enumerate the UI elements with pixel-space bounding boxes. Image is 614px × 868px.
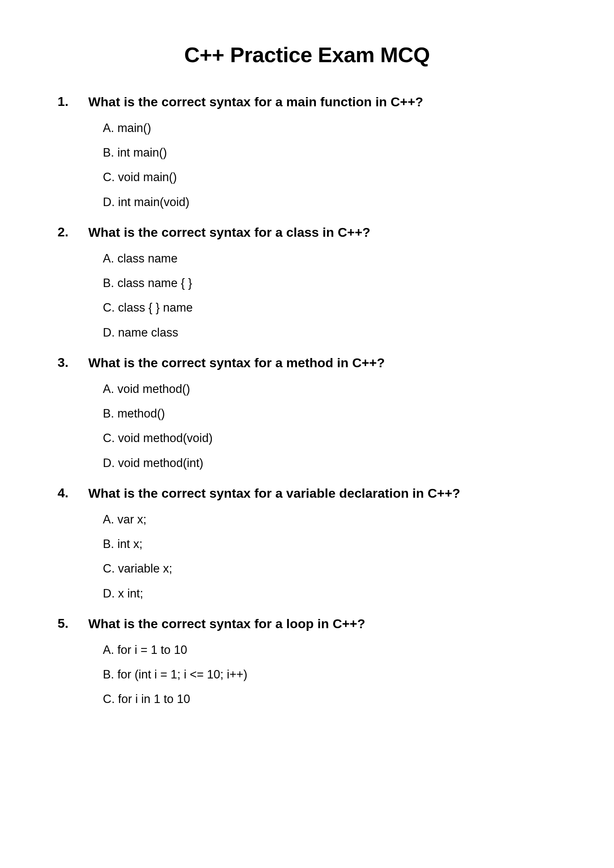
options-list: A. void method() B. method() C. void met… <box>88 381 556 471</box>
questions-container: 1. What is the correct syntax for a main… <box>58 94 556 707</box>
question-content: What is the correct syntax for a class i… <box>88 224 556 340</box>
option-item: D. x int; <box>103 586 556 601</box>
option-item: C. variable x; <box>103 561 556 576</box>
option-item: C. class { } name <box>103 300 556 315</box>
option-item: D. void method(int) <box>103 455 556 471</box>
option-item: C. void method(void) <box>103 431 556 446</box>
option-item: C. for i in 1 to 10 <box>103 691 556 707</box>
option-item: B. method() <box>103 406 556 421</box>
question-number: 2. <box>58 224 77 340</box>
question-item: 1. What is the correct syntax for a main… <box>58 94 556 210</box>
option-item: B. for (int i = 1; i <= 10; i++) <box>103 667 556 682</box>
question-item: 2. What is the correct syntax for a clas… <box>58 224 556 340</box>
option-item: A. var x; <box>103 512 556 527</box>
option-item: D. name class <box>103 325 556 340</box>
question-content: What is the correct syntax for a loop in… <box>88 616 556 707</box>
question-text: What is the correct syntax for a main fu… <box>88 94 556 110</box>
options-list: A. var x; B. int x; C. variable x; D. x … <box>88 512 556 601</box>
option-item: C. void main() <box>103 170 556 185</box>
question-content: What is the correct syntax for a method … <box>88 355 556 471</box>
options-list: A. class name B. class name { } C. class… <box>88 251 556 340</box>
option-item: B. int main() <box>103 145 556 160</box>
option-item: B. int x; <box>103 536 556 552</box>
question-number: 4. <box>58 485 77 601</box>
option-item: A. main() <box>103 120 556 136</box>
question-text: What is the correct syntax for a variabl… <box>88 485 556 501</box>
question-text: What is the correct syntax for a loop in… <box>88 616 556 632</box>
page-title: C++ Practice Exam MCQ <box>58 42 556 67</box>
option-item: A. class name <box>103 251 556 266</box>
question-number: 1. <box>58 94 77 210</box>
question-text: What is the correct syntax for a class i… <box>88 224 556 240</box>
option-item: B. class name { } <box>103 276 556 291</box>
question-content: What is the correct syntax for a main fu… <box>88 94 556 210</box>
option-item: A. for i = 1 to 10 <box>103 642 556 658</box>
question-content: What is the correct syntax for a variabl… <box>88 485 556 601</box>
options-list: A. for i = 1 to 10 B. for (int i = 1; i … <box>88 642 556 707</box>
option-item: A. void method() <box>103 381 556 397</box>
question-text: What is the correct syntax for a method … <box>88 355 556 371</box>
question-number: 5. <box>58 616 77 707</box>
question-item: 5. What is the correct syntax for a loop… <box>58 616 556 707</box>
option-item: D. int main(void) <box>103 195 556 210</box>
options-list: A. main() B. int main() C. void main() D… <box>88 120 556 210</box>
question-item: 4. What is the correct syntax for a vari… <box>58 485 556 601</box>
question-number: 3. <box>58 355 77 471</box>
question-item: 3. What is the correct syntax for a meth… <box>58 355 556 471</box>
